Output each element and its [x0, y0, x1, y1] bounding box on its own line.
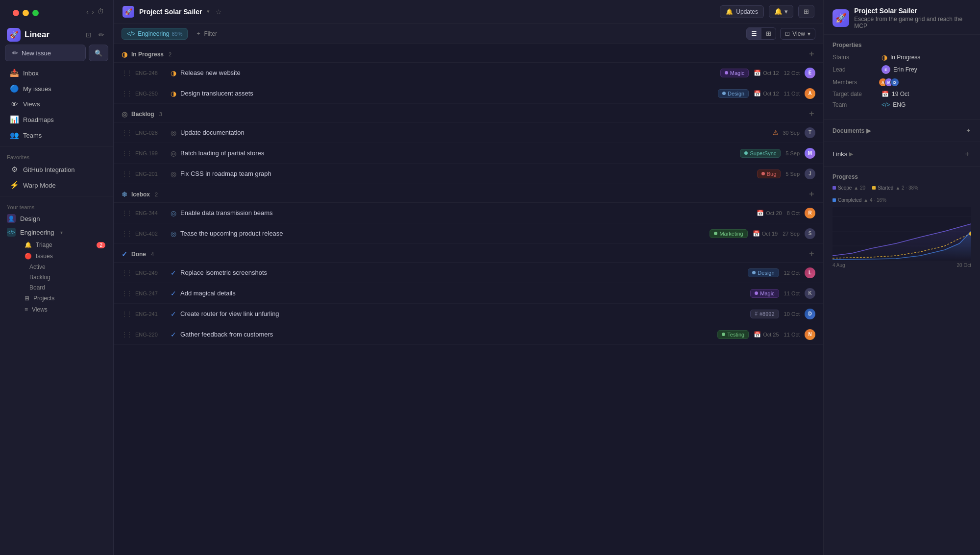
issue-row-eng028[interactable]: ⋮⋮ ENG-028 ◎ Update documentation ⚠ 30 S…: [114, 122, 823, 143]
issue-row-eng249[interactable]: ⋮⋮ ENG-249 ✓ Replace isometric screensho…: [114, 263, 823, 283]
warp-icon: ⚡: [10, 181, 19, 190]
issue-row-eng220[interactable]: ⋮⋮ ENG-220 ✓ Gather feedback from custom…: [114, 324, 823, 345]
view-options-button[interactable]: ⊡ View ▾: [780, 28, 815, 40]
sidebar-item-projects[interactable]: ⊞ Projects: [20, 293, 110, 304]
add-backlog-button[interactable]: ＋: [808, 109, 815, 119]
sidebar-item-issues[interactable]: 🔴 Issues: [20, 251, 110, 262]
add-link-button[interactable]: ＋: [963, 149, 971, 159]
icebox-group-label: Icebox: [131, 191, 150, 198]
issue-row-eng344[interactable]: ⋮⋮ ENG-344 ◎ Enable data transmission be…: [114, 203, 823, 223]
engineering-filter-badge[interactable]: </> Engineering 89%: [122, 28, 188, 40]
layout-toggle-button[interactable]: ⊞: [798, 5, 814, 18]
drag-handle: ⋮⋮: [122, 170, 131, 177]
issue-title-eng220: Gather feedback from customers: [180, 331, 717, 338]
close-button[interactable]: [13, 10, 19, 16]
projects-label: Projects: [33, 295, 54, 302]
warp-label: Warp Mode: [23, 182, 56, 189]
team-prop-value: ENG: [893, 101, 906, 108]
sidebar-item-warp[interactable]: ⚡ Warp Mode: [3, 178, 110, 193]
sidebar-item-teams[interactable]: 👥 Teams: [3, 128, 110, 143]
issue-row-eng199[interactable]: ⋮⋮ ENG-199 ◎ Batch loading of partial st…: [114, 143, 823, 164]
links-arrow[interactable]: ▶: [849, 151, 853, 157]
eng-prop-icon: </>: [882, 101, 890, 108]
issue-row-eng201[interactable]: ⋮⋮ ENG-201 ◎ Fix CSS in roadmap team gra…: [114, 164, 823, 184]
issue-row-eng247[interactable]: ⋮⋮ ENG-247 ✓ Add magical details Magic 1…: [114, 283, 823, 304]
sidebar-item-my-issues[interactable]: 🔵 My issues: [3, 81, 110, 96]
documents-arrow[interactable]: ▶: [866, 127, 871, 134]
sidebar-team-design[interactable]: 👤 Design: [0, 212, 113, 225]
drag-handle: ⋮⋮: [122, 129, 131, 136]
design-team-icon: 👤: [7, 214, 16, 223]
lead-prop-label: Lead: [833, 66, 882, 73]
completed-legend-dot: [833, 198, 836, 202]
views-icon: 👁: [10, 100, 19, 108]
issues-list: ◑ In Progress 2 ＋ ⋮⋮ ENG-248 ◑ Release n…: [114, 44, 823, 555]
sidebar-item-roadmaps[interactable]: 📊 Roadmaps: [3, 112, 110, 127]
right-panel: 🚀 Project Solar Sailer Escape from the g…: [823, 0, 980, 555]
add-inprogress-button[interactable]: ＋: [808, 49, 815, 59]
design-team-label: Design: [20, 215, 40, 222]
team-prop-label: Team: [833, 101, 882, 108]
compose-btn[interactable]: ✏: [97, 30, 106, 40]
minimize-button[interactable]: [23, 10, 29, 16]
documents-title: Documents: [833, 127, 864, 134]
sidebar-item-triage[interactable]: 🔔 Triage 2: [20, 240, 110, 250]
completed-legend-label: Completed: [838, 197, 861, 203]
sidebar-item-views[interactable]: 👁 Views: [3, 97, 110, 111]
fullscreen-button[interactable]: [32, 10, 39, 16]
add-icebox-button[interactable]: ＋: [808, 189, 815, 199]
search-button[interactable]: 🔍: [89, 45, 108, 61]
issue-row-eng402[interactable]: ⋮⋮ ENG-402 ◎ Tease the upcoming product …: [114, 223, 823, 244]
issue-row-eng241[interactable]: ⋮⋮ ENG-241 ✓ Create router for view link…: [114, 304, 823, 324]
sidebar-toggle-btn[interactable]: ⊡: [84, 30, 94, 40]
issue-title-eng028: Update documentation: [180, 129, 773, 136]
status-icon-eng241: ✓: [171, 310, 176, 318]
sidebar-item-inbox[interactable]: 📥 Inbox: [3, 66, 110, 80]
nav-arrows: ‹ › ⏱: [86, 7, 108, 16]
progress-section: Progress Scope ▲ 20 Started ▲ 2 · 38% Co…: [824, 167, 980, 275]
star-button[interactable]: ☆: [216, 8, 222, 16]
issue-title-eng248: Release new website: [180, 69, 720, 76]
drag-handle: ⋮⋮: [122, 331, 131, 338]
sidebar-item-backlog[interactable]: Backlog: [23, 272, 110, 282]
sidebar-item-views-eng[interactable]: ≡ Views: [20, 304, 110, 315]
legend-scope: Scope ▲ 20: [833, 185, 865, 191]
issue-row-eng248[interactable]: ⋮⋮ ENG-248 ◑ Release new website Magic 📅…: [114, 63, 823, 83]
sidebar-item-active[interactable]: Active: [23, 262, 110, 272]
date2-eng249: 12 Oct: [784, 270, 800, 276]
rp-project-title: Project Solar Sailer: [854, 7, 971, 15]
grid-view-button[interactable]: ⊞: [761, 28, 776, 39]
drag-handle: ⋮⋮: [122, 269, 131, 276]
roadmaps-label: Roadmaps: [23, 116, 54, 123]
new-issue-label: New issue: [22, 49, 51, 57]
inbox-label: Inbox: [23, 70, 39, 77]
filter-button[interactable]: ＋ Filter: [192, 27, 221, 40]
list-view-button[interactable]: ☰: [747, 28, 761, 39]
due-date-eng402: 📅Oct 19: [753, 230, 778, 237]
add-document-button[interactable]: ＋: [965, 126, 971, 135]
legend-started: Started ▲ 2 · 38%: [872, 185, 918, 191]
back-icon[interactable]: ‹: [86, 7, 89, 16]
issue-id-eng344: ENG-344: [135, 210, 171, 216]
team-prop-row: Team </> ENG: [833, 101, 971, 108]
sidebar-item-board[interactable]: Board: [23, 283, 110, 292]
sidebar-item-github[interactable]: ⚙ GitHub Integration: [3, 162, 110, 177]
lead-avatar: E: [882, 65, 890, 74]
project-chevron[interactable]: ▾: [207, 8, 210, 15]
app-name-row: 🚀 Linear ⊡ ✏: [0, 23, 113, 45]
issue-row-eng250[interactable]: ⋮⋮ ENG-250 ◑ Design translucent assets D…: [114, 83, 823, 104]
avatar-eng344: R: [805, 208, 815, 218]
add-done-button[interactable]: ＋: [808, 249, 815, 259]
progress-title: Progress: [833, 173, 971, 180]
new-issue-button[interactable]: ✏ New issue: [5, 45, 86, 61]
properties-section: Properties Status ◑ In Progress Lead E E…: [824, 35, 980, 120]
updates-button[interactable]: 🔔 Updates: [720, 5, 764, 18]
history-icon[interactable]: ⏱: [97, 7, 104, 16]
notification-button[interactable]: 🔔 ▾: [769, 5, 793, 18]
avatar-eng199: M: [805, 148, 815, 159]
drag-handle: ⋮⋮: [122, 311, 131, 317]
sidebar: ‹ › ⏱ 🚀 Linear ⊡ ✏ ✏ New issue 🔍 📥 Inbox…: [0, 0, 114, 555]
sidebar-team-engineering[interactable]: </> Engineering ▾: [0, 225, 113, 239]
new-issue-row: ✏ New issue 🔍: [5, 45, 108, 61]
forward-icon[interactable]: ›: [92, 7, 94, 16]
